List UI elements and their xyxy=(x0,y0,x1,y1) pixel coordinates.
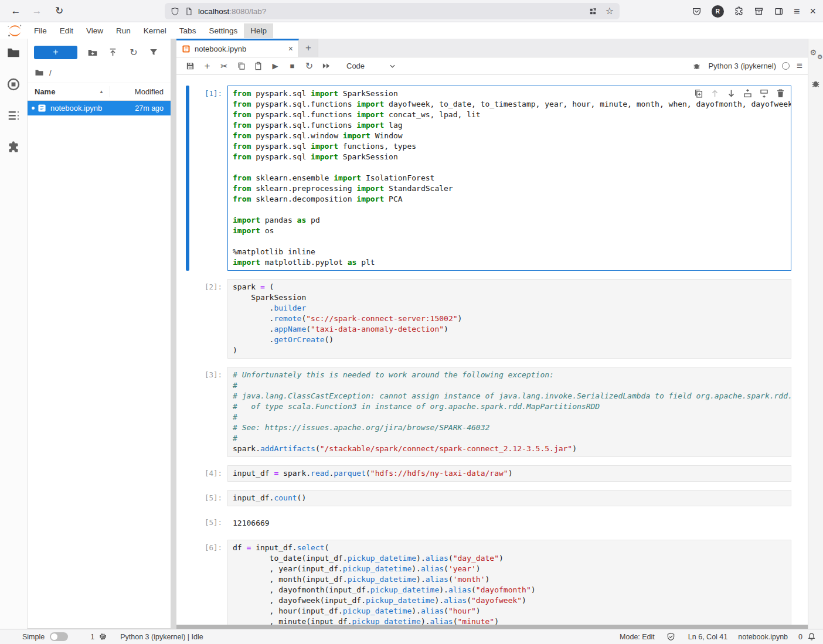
interrupt-kernel-icon[interactable]: ■ xyxy=(284,60,301,73)
cell-type-select[interactable]: Code xyxy=(346,62,396,70)
cut-cells-icon[interactable]: ✂ xyxy=(216,60,233,73)
code-editor[interactable]: df = input_df.select( to_date(input_df.p… xyxy=(227,540,791,625)
sidebar-toggle-icon[interactable] xyxy=(774,6,784,16)
running-sessions-icon[interactable] xyxy=(6,77,21,91)
insert-above-icon[interactable] xyxy=(743,88,753,98)
bookmark-star-icon[interactable]: ☆ xyxy=(606,6,614,16)
code-line: .remote("sc://spark-connect-server:15002… xyxy=(233,314,791,324)
kernel-chip-icon[interactable] xyxy=(98,632,107,641)
mode-indicator[interactable]: Mode: Edit xyxy=(620,633,655,641)
menu-settings[interactable]: Settings xyxy=(202,23,244,38)
run-cell-icon[interactable]: ▶ xyxy=(267,60,284,73)
execution-count: [3]: xyxy=(189,367,227,457)
file-row-notebook[interactable]: notebook.ipynb 27m ago xyxy=(28,101,171,115)
tab-label: notebook.ipynb xyxy=(195,45,288,53)
kernel-status-circle xyxy=(782,62,790,70)
cursor-position[interactable]: Ln 6, Col 41 xyxy=(688,633,727,641)
save-icon[interactable] xyxy=(182,60,199,73)
restart-run-all-icon[interactable] xyxy=(318,60,335,73)
column-header-name[interactable]: Name ▲ xyxy=(35,87,110,96)
new-tab-button[interactable]: + xyxy=(299,39,318,57)
horizontal-scrollbar[interactable] xyxy=(176,625,808,629)
notebook-cell: [4]:input_df = spark.read.parquet("hdfs:… xyxy=(186,465,791,482)
menu-view[interactable]: View xyxy=(80,23,110,38)
code-line: # Unfortunately this is needed to work a… xyxy=(233,370,791,380)
code-line: , dayofmonth(input_df.pickup_datetime).a… xyxy=(233,585,791,595)
menu-file[interactable]: File xyxy=(28,23,53,38)
tab-close-icon[interactable]: × xyxy=(288,44,293,53)
code-editor[interactable]: spark = ( SparkSession .builder .remote(… xyxy=(227,279,791,359)
browser-reload-icon[interactable]: ↻ xyxy=(52,4,67,19)
simple-mode-toggle[interactable] xyxy=(50,632,68,641)
new-folder-icon[interactable] xyxy=(87,47,98,58)
new-launcher-button[interactable]: + xyxy=(34,46,77,59)
url-bar[interactable]: localhost:8080/lab? ☆ xyxy=(165,3,620,19)
notebook-scroll-area[interactable]: [1]:from pyspark.sql import SparkSession… xyxy=(176,75,808,625)
add-cell-icon[interactable]: + xyxy=(199,60,216,73)
column-header-modified[interactable]: Modified xyxy=(110,86,164,97)
restart-kernel-icon[interactable]: ↻ xyxy=(301,60,318,73)
code-line: from pyspark.sql.window import Window xyxy=(233,131,791,141)
downloads-archive-icon[interactable] xyxy=(754,6,764,16)
menu-help[interactable]: Help xyxy=(244,23,273,38)
debugger-bug-icon[interactable] xyxy=(692,62,701,70)
paste-cells-icon[interactable] xyxy=(250,60,267,73)
move-down-icon[interactable] xyxy=(726,88,736,98)
copy-cells-icon[interactable] xyxy=(233,60,250,73)
duplicate-icon[interactable] xyxy=(693,88,703,98)
tab-notebook[interactable]: notebook.ipynb × xyxy=(176,39,299,57)
kernel-name[interactable]: Python 3 (ipykernel) xyxy=(708,62,776,70)
property-inspector-icon[interactable]: ⚙⚙ xyxy=(810,48,822,60)
notebook-cell: [1]:from pyspark.sql import SparkSession… xyxy=(186,86,791,271)
menu-run[interactable]: Run xyxy=(110,23,137,38)
delete-icon[interactable] xyxy=(776,88,785,98)
right-activity-bar: ⚙⚙ xyxy=(808,39,823,629)
pocket-icon[interactable] xyxy=(692,6,702,16)
code-line xyxy=(233,205,791,215)
file-browser-icon[interactable] xyxy=(6,46,21,60)
menu-kernel[interactable]: Kernel xyxy=(137,23,173,38)
notebook-menu-icon[interactable]: ≡ xyxy=(797,60,802,72)
bell-icon[interactable] xyxy=(807,632,816,641)
browser-forward-icon[interactable]: → xyxy=(29,4,45,19)
kernel-sessions-count[interactable]: 1 xyxy=(90,633,94,641)
dock-panel: notebook.ipynb × + + ✂ ▶ ■ ↻ xyxy=(176,39,808,629)
browser-menu-icon[interactable]: ≡ xyxy=(794,6,800,16)
upload-icon[interactable] xyxy=(108,47,118,58)
code-line: , minute(input_df.pickup_datetime).alias… xyxy=(233,616,791,625)
browser-back-icon[interactable]: ← xyxy=(8,4,23,19)
notebook-cell: [3]:# Unfortunately this is needed to wo… xyxy=(186,367,791,457)
containers-icon[interactable] xyxy=(589,7,597,16)
extension-icon[interactable] xyxy=(734,6,744,16)
code-line xyxy=(233,236,791,247)
notifications-count[interactable]: 0 xyxy=(798,633,802,641)
code-line: from pyspark.sql.functions import lag xyxy=(233,120,791,131)
code-line: spark = ( xyxy=(233,282,791,292)
execution-count: [5]: xyxy=(189,490,227,506)
execution-count: [1]: xyxy=(189,86,227,271)
menu-tabs[interactable]: Tabs xyxy=(173,23,203,38)
code-line: from pyspark.sql import functions, types xyxy=(233,141,791,152)
code-line: # See: https://issues.apache.org/jira/br… xyxy=(233,422,791,433)
code-line: from sklearn.ensemble import IsolationFo… xyxy=(233,173,791,183)
code-editor[interactable]: input_df = spark.read.parquet("hdfs://hd… xyxy=(227,465,791,482)
menu-edit[interactable]: Edit xyxy=(53,23,80,38)
code-editor[interactable]: from pyspark.sql import SparkSessionfrom… xyxy=(227,86,791,271)
kernel-status-text[interactable]: Python 3 (ipykernel) | Idle xyxy=(120,633,203,641)
code-line: SparkSession xyxy=(233,292,791,303)
extension-manager-icon[interactable] xyxy=(6,141,21,155)
code-editor[interactable]: input_df.count() xyxy=(227,490,791,506)
filter-icon[interactable] xyxy=(149,47,159,58)
file-browser-panel: + ↻ / Name ▲ M xyxy=(28,39,171,628)
code-editor[interactable]: # Unfortunately this is needed to work a… xyxy=(227,367,791,457)
table-of-contents-icon[interactable] xyxy=(6,109,21,123)
window-close-icon[interactable]: × xyxy=(810,6,816,16)
shield-icon[interactable] xyxy=(171,7,179,16)
breadcrumb-root[interactable]: / xyxy=(49,69,52,77)
insert-below-icon[interactable] xyxy=(759,88,769,98)
refresh-icon[interactable]: ↻ xyxy=(128,47,139,58)
page-icon[interactable] xyxy=(185,7,193,16)
profile-avatar[interactable]: R xyxy=(712,5,724,18)
debugger-sidebar-icon[interactable] xyxy=(811,79,821,88)
breadcrumb[interactable]: / xyxy=(28,64,171,83)
